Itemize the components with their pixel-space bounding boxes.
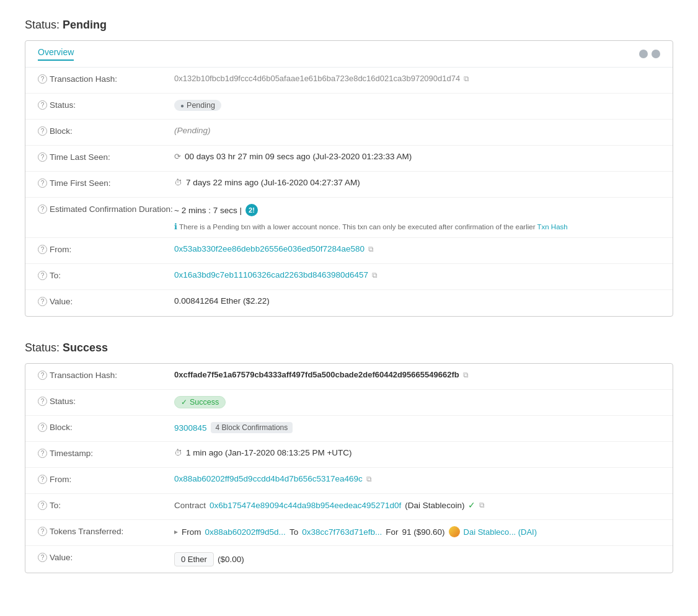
success-section: Status: Success ? Transaction Hash: 0xcf… — [25, 341, 673, 573]
success-from-address-link[interactable]: 0x88ab60202ff9d5d9ccdd4b4d7b656c5317ea46… — [174, 474, 363, 483]
tokens-to-address-link[interactable]: 0x38cc7f763d71efb... — [302, 527, 382, 537]
success-from-copy-icon[interactable]: ⧉ — [366, 475, 372, 483]
row-tx-hash: ? Transaction Hash: 0x132b10fbcb1d9fccc4… — [25, 68, 673, 94]
to-label: ? To: — [38, 270, 174, 280]
info-icon: ℹ — [174, 222, 177, 231]
row-status: ? Status: ● Pending — [25, 94, 673, 120]
dot-2 — [652, 50, 660, 58]
status-badge: ● Pending — [174, 100, 221, 111]
row-time-last-seen: ? Time Last Seen: ⟳ 00 days 03 hr 27 min… — [25, 146, 673, 172]
tokens-label: ? Tokens Transferred: — [38, 526, 174, 536]
est-conf-badge: 2! — [245, 204, 258, 216]
success-status-value: ✓ Success — [174, 396, 660, 408]
block-number-link[interactable]: 9300845 — [174, 423, 207, 433]
pending-card: Overview ? Transaction Hash: 0x132b10fbc… — [25, 40, 673, 317]
row-time-first-seen: ? Time First Seen: ⏱ 7 days 22 mins ago … — [25, 172, 673, 198]
value-box: 0 Ether — [174, 552, 214, 566]
contract-address-link[interactable]: 0x6b175474e89094c44da98b954eedeac495271d… — [210, 501, 401, 510]
success-tx-hash-question-icon[interactable]: ? — [38, 371, 47, 380]
to-copy-icon[interactable]: ⧉ — [372, 271, 378, 279]
success-row-block: ? Block: 9300845 4 Block Confirmations — [25, 416, 673, 442]
to-value: 0x16a3bd9c7eb11106326cad2263bd8463980d64… — [174, 270, 660, 279]
row-to: ? To: 0x16a3bd9c7eb11106326cad2263bd8463… — [25, 264, 673, 290]
time-last-seen-label: ? Time Last Seen: — [38, 152, 174, 162]
success-row-tx-hash: ? Transaction Hash: 0xcffade7f5e1a67579c… — [25, 364, 673, 390]
success-status-question-icon[interactable]: ? — [38, 397, 47, 406]
est-conf-question-icon[interactable]: ? — [38, 205, 47, 214]
success-to-value: Contract 0x6b175474e89094c44da98b954eede… — [174, 500, 660, 510]
value-question-icon[interactable]: ? — [38, 297, 47, 306]
success-value-question-icon[interactable]: ? — [38, 553, 47, 562]
tokens-question-icon[interactable]: ? — [38, 527, 47, 536]
success-tx-hash-copy-icon[interactable]: ⧉ — [463, 371, 469, 379]
card-header: Overview — [25, 41, 673, 68]
time-first-seen-label: ? Time First Seen: — [38, 178, 174, 188]
token-icon — [449, 526, 460, 537]
success-block-label: ? Block: — [38, 422, 174, 432]
success-block-value: 9300845 4 Block Confirmations — [174, 422, 660, 433]
contract-copy-icon[interactable]: ⧉ — [479, 501, 485, 509]
block-confirmations-badge: 4 Block Confirmations — [211, 422, 293, 433]
status-value: ● Pending — [174, 100, 660, 111]
tokens-from-address-link[interactable]: 0x88ab60202ff9d5d... — [205, 527, 286, 537]
success-row-status: ? Status: ✓ Success — [25, 390, 673, 416]
time-last-seen-value: ⟳ 00 days 03 hr 27 min 09 secs ago (Jul-… — [174, 152, 660, 161]
success-tx-hash-value: 0xcffade7f5e1a67579cb4333aff497fd5a500cb… — [174, 370, 660, 379]
time-first-seen-question-icon[interactable]: ? — [38, 178, 47, 188]
success-row-to: ? To: Contract 0x6b175474e89094c44da98b9… — [25, 494, 673, 520]
block-question-icon[interactable]: ? — [38, 126, 47, 136]
row-from: ? From: 0x53ab330f2ee86debb26556e036ed50… — [25, 238, 673, 264]
from-question-icon[interactable]: ? — [38, 245, 47, 254]
from-copy-icon[interactable]: ⧉ — [368, 245, 374, 253]
tx-hash-question-icon[interactable]: ? — [38, 74, 47, 84]
success-row-tokens: ? Tokens Transferred: ▸ From 0x88ab60202… — [25, 520, 673, 546]
value-label: ? Value: — [38, 296, 174, 306]
tx-hash-value: 0x132b10fbcb1d9fccc4d6b05afaae1e61b6ba72… — [174, 74, 660, 83]
time-last-seen-question-icon[interactable]: ? — [38, 152, 47, 162]
tx-hash-copy-icon[interactable]: ⧉ — [464, 74, 469, 83]
success-row-from: ? From: 0x88ab60202ff9d5d9ccdd4b4d7b656c… — [25, 468, 673, 494]
success-block-question-icon[interactable]: ? — [38, 423, 47, 432]
header-dots — [639, 50, 660, 58]
success-from-question-icon[interactable]: ? — [38, 475, 47, 484]
block-label: ? Block: — [38, 126, 174, 136]
success-tx-hash-label: ? Transaction Hash: — [38, 370, 174, 380]
pending-section: Status: Pending Overview ? Transaction H… — [25, 19, 673, 317]
to-address-link[interactable]: 0x16a3bd9c7eb11106326cad2263bd8463980d64… — [174, 270, 368, 279]
dot-1 — [639, 50, 648, 58]
success-value-label: ? Value: — [38, 552, 174, 562]
clock-icon-2: ⏱ — [174, 448, 182, 457]
to-question-icon[interactable]: ? — [38, 271, 47, 280]
est-conf-note: ℹ There is a Pending txn with a lower ac… — [174, 222, 568, 231]
tokens-value: ▸ From 0x88ab60202ff9d5d... To 0x38cc7f7… — [174, 526, 660, 537]
block-value: (Pending) — [174, 126, 660, 135]
row-value: ? Value: 0.00841264 Ether ($2.22) — [25, 290, 673, 316]
from-value: 0x53ab330f2ee86debb26556e036ed50f7284ae5… — [174, 244, 660, 253]
success-status-label: ? Status: — [38, 396, 174, 406]
success-to-question-icon[interactable]: ? — [38, 501, 47, 510]
success-value-value: 0 Ether ($0.00) — [174, 552, 660, 566]
clock-icon-1: ⏱ — [174, 178, 182, 187]
success-from-label: ? From: — [38, 474, 174, 484]
spinner-icon: ⟳ — [174, 152, 181, 161]
token-name-link[interactable]: Dai Stableco... (DAI) — [464, 527, 537, 537]
status-question-icon[interactable]: ? — [38, 100, 47, 110]
success-section-title: Status: Success — [25, 341, 673, 354]
time-first-seen-value: ⏱ 7 days 22 mins ago (Jul-16-2020 04:27:… — [174, 178, 660, 187]
tx-hash-label: ? Transaction Hash: — [38, 74, 174, 84]
value-value: 0.00841264 Ether ($2.22) — [174, 296, 660, 306]
timestamp-question-icon[interactable]: ? — [38, 449, 47, 458]
success-row-timestamp: ? Timestamp: ⏱ 1 min ago (Jan-17-2020 08… — [25, 442, 673, 468]
row-block: ? Block: (Pending) — [25, 120, 673, 146]
est-conf-label: ? Estimated Confirmation Duration: — [38, 204, 174, 214]
txn-hash-link[interactable]: Txn Hash — [537, 223, 567, 231]
success-to-label: ? To: — [38, 500, 174, 510]
timestamp-label: ? Timestamp: — [38, 448, 174, 458]
success-status-badge: ✓ Success — [174, 396, 226, 408]
from-label: ? From: — [38, 244, 174, 254]
from-address-link[interactable]: 0x53ab330f2ee86debb26556e036ed50f7284ae5… — [174, 244, 364, 253]
status-label: ? Status: — [38, 100, 174, 110]
overview-tab[interactable]: Overview — [38, 47, 74, 61]
pending-section-title: Status: Pending — [25, 19, 673, 32]
tokens-arrow-icon: ▸ — [174, 527, 178, 536]
